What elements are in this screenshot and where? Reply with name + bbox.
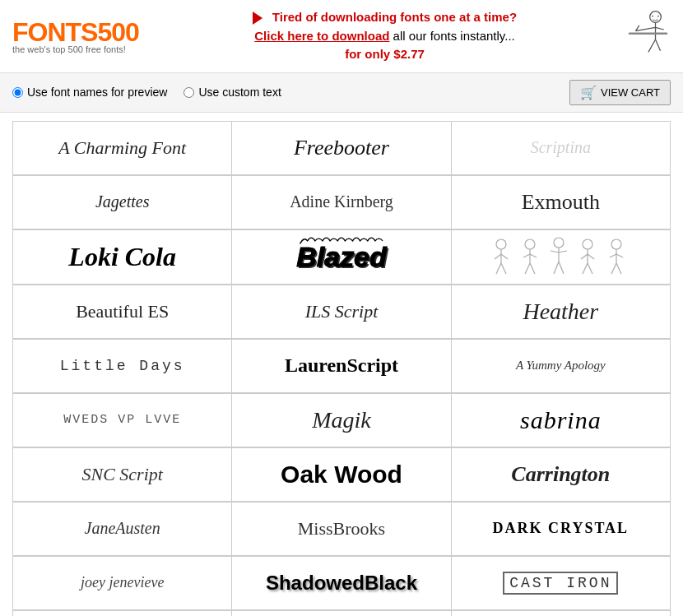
svg-point-22 [554, 238, 564, 248]
font-cell-freebooter[interactable]: Freebooter [232, 122, 451, 175]
view-cart-label: VIEW CART [601, 86, 660, 99]
font-cell-charming[interactable]: A Charming Font [13, 122, 232, 175]
svg-point-8 [652, 16, 653, 17]
font-cell-exmouth[interactable]: Exmouth [452, 176, 671, 229]
promo-download-link[interactable]: Click here to download [254, 29, 389, 43]
font-cell-sncscript[interactable]: SNC Script [13, 448, 232, 502]
font-name-darkcrystal: Dark Crystal [493, 520, 630, 537]
font-name-joeyjenevieve: joey jenevieve [81, 574, 164, 591]
header: FONTS500 the web's top 500 free fonts! T… [0, 0, 683, 73]
logo-500: 500 [97, 17, 138, 47]
font-cell-carrington[interactable]: Carrington [452, 448, 671, 502]
font-name-exmouth: Exmouth [522, 190, 600, 215]
svg-point-10 [496, 239, 506, 249]
font-row-10: S C R A M B L E Angelina Black Rose [12, 610, 671, 617]
font-name-blazed: Blazed [296, 241, 387, 272]
font-row-4: Beautiful ES ILS Script Heather [12, 285, 671, 339]
svg-point-9 [657, 16, 659, 17]
svg-line-18 [523, 254, 530, 257]
font-cell-oakwood[interactable]: Oak Wood [232, 448, 451, 502]
promo-line2: Click here to download all our fonts ins… [144, 27, 625, 46]
font-cell-ilsscript[interactable]: ILS Script [232, 285, 451, 339]
svg-line-21 [530, 263, 535, 274]
radio-font-names-label: Use font names for preview [27, 86, 167, 99]
font-name-ilsscript: ILS Script [305, 301, 379, 322]
font-name-heather: Heather [523, 299, 598, 325]
svg-line-14 [496, 263, 501, 274]
font-cell-magik[interactable]: Magik [232, 394, 451, 447]
font-name-beautifulest: Beautiful ES [76, 301, 169, 322]
blazed-container: Blazed [296, 241, 387, 273]
font-name-sabrina: sabrina [520, 406, 602, 434]
font-name-janeausten: JaneAusten [85, 519, 160, 538]
svg-line-31 [588, 254, 594, 259]
controls-bar: Use font names for preview Use custom te… [0, 73, 683, 113]
font-row-8: JaneAusten MissBrooks Dark Crystal [12, 502, 671, 556]
promo-area: Tired of downloading fonts one at a time… [144, 8, 625, 64]
font-row-7: SNC Script Oak Wood Carrington [12, 447, 671, 502]
character-image [625, 10, 671, 62]
font-cell-sabrina[interactable]: sabrina [452, 394, 671, 447]
font-name-charming: A Charming Font [58, 137, 186, 159]
svg-line-5 [648, 39, 656, 52]
svg-line-25 [559, 251, 567, 252]
font-cell-characters[interactable] [452, 230, 671, 285]
font-cell-blazed[interactable]: Blazed [232, 230, 451, 285]
font-cell-laurenscript[interactable]: LaurenScript [232, 340, 451, 393]
font-cell-scramble[interactable]: S C R A M B L E [13, 611, 232, 617]
view-cart-button[interactable]: 🛒 VIEW CART [569, 80, 671, 105]
svg-line-15 [501, 263, 506, 274]
font-cell-littledays[interactable]: Little Days [13, 340, 232, 393]
font-cell-missbrooks[interactable]: MissBrooks [232, 503, 451, 556]
font-name-castiron: CAST IRON [503, 572, 618, 595]
svg-line-12 [495, 254, 501, 259]
font-cell-lokicola[interactable]: Loki Cola [13, 230, 232, 285]
radio-font-names[interactable]: Use font names for preview [12, 86, 167, 99]
font-name-laurenscript: LaurenScript [285, 354, 398, 377]
font-cell-scriptina[interactable]: Scriptina [452, 122, 671, 175]
font-name-shadowedblack: ShadowedBlack [266, 572, 417, 595]
font-name-scriptina: Scriptina [531, 138, 591, 157]
svg-point-34 [611, 239, 621, 249]
radio-custom-text[interactable]: Use custom text [184, 86, 281, 99]
cart-icon: 🛒 [580, 85, 597, 100]
font-name-adine: Adine Kirnberg [290, 192, 393, 211]
svg-line-30 [581, 254, 588, 259]
radio-custom-text-input[interactable] [184, 87, 194, 98]
font-name-lokicola: Loki Cola [68, 242, 176, 272]
svg-line-20 [525, 263, 530, 274]
radio-custom-text-label: Use custom text [198, 86, 281, 99]
font-cell-castiron[interactable]: CAST IRON [452, 557, 671, 610]
radio-font-names-input[interactable] [12, 87, 23, 98]
promo-all-text: all our fonts instantly... [393, 29, 515, 43]
font-name-oakwood: Oak Wood [281, 461, 402, 489]
font-cell-darkcrystal[interactable]: Dark Crystal [452, 503, 671, 556]
font-cell-adine[interactable]: Adine Kirnberg [232, 176, 451, 229]
font-cell-wveds[interactable]: WVEDS VP LVVE [13, 394, 232, 447]
svg-point-0 [650, 12, 662, 23]
svg-line-37 [616, 254, 623, 257]
font-cell-joeyjenevieve[interactable]: joey jenevieve [13, 557, 232, 610]
svg-line-19 [530, 254, 537, 257]
font-name-sncscript: SNC Script [81, 464, 162, 485]
font-cell-beautifulest[interactable]: Beautiful ES [13, 285, 232, 339]
font-name-carrington: Carrington [511, 462, 610, 487]
font-row-1: A Charming Font Freebooter Scriptina [12, 121, 671, 175]
font-cell-heather[interactable]: Heather [452, 285, 671, 339]
font-cell-blackrose[interactable]: Black Rose [452, 611, 671, 617]
logo-text: FONTS500 [12, 17, 144, 48]
svg-line-39 [616, 263, 621, 274]
font-cell-janeausten[interactable]: JaneAusten [13, 503, 232, 556]
character-illustrations [485, 234, 637, 280]
font-name-freebooter: Freebooter [294, 136, 389, 160]
svg-line-6 [656, 39, 661, 51]
font-cell-shadowedblack[interactable]: ShadowedBlack [232, 557, 451, 610]
font-cell-angelina[interactable]: Angelina [232, 611, 451, 617]
svg-line-24 [551, 251, 559, 252]
svg-line-36 [610, 254, 616, 257]
radio-options: Use font names for preview Use custom te… [12, 86, 281, 99]
font-cell-jagettes[interactable]: Jagettes [13, 176, 232, 229]
font-cell-ayummy[interactable]: A Yummy Apology [452, 340, 671, 393]
font-grid: A Charming Font Freebooter Scriptina Jag… [0, 113, 683, 617]
font-name-jagettes: Jagettes [95, 192, 150, 211]
